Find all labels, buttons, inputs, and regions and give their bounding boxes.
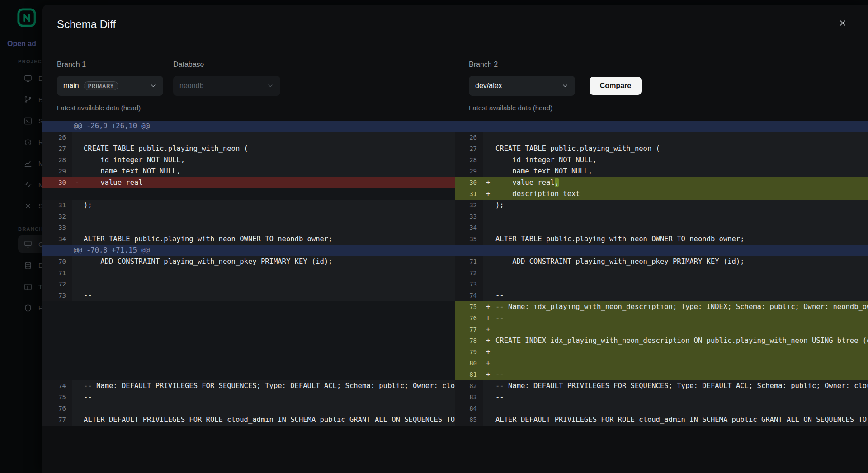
diff-marker <box>483 222 495 234</box>
code-text <box>84 132 455 143</box>
diff-marker <box>483 290 495 301</box>
diff-line-left: 75-- <box>42 392 455 403</box>
diff-row: 30- value real30+ value real, <box>42 177 868 188</box>
line-number: 26 <box>455 132 483 143</box>
line-number <box>42 324 72 335</box>
branch2-label: Branch 2 <box>469 61 575 69</box>
diff-line-right: 32); <box>455 200 868 211</box>
diff-marker: + <box>483 369 495 380</box>
branch2-field: Branch 2 dev/alex Latest available data … <box>469 61 575 112</box>
diff-marker <box>72 335 84 347</box>
diff-row: 75+-- Name: idx_playing_with_neon_descri… <box>42 301 868 313</box>
code-text <box>495 324 868 335</box>
code-text: value real, <box>495 177 868 188</box>
line-number: 85 <box>455 414 483 426</box>
line-number: 75 <box>42 392 72 403</box>
diff-row: 77ALTER DEFAULT PRIVILEGES FOR ROLE clou… <box>42 414 868 426</box>
diff-marker <box>483 279 495 290</box>
diff-hunk-row: @@ -70,8 +71,15 @@ <box>42 245 868 256</box>
code-text: -- <box>495 392 868 403</box>
line-number: 29 <box>455 166 483 177</box>
line-number: 33 <box>42 222 72 234</box>
diff-row: 7684 <box>42 403 868 414</box>
diff-marker: + <box>483 324 495 335</box>
code-text <box>84 267 455 279</box>
branch2-select[interactable]: dev/alex <box>469 76 575 96</box>
diff-line-right: 73 <box>455 279 868 290</box>
diff-row: 7172 <box>42 267 868 279</box>
line-number: 76 <box>42 403 72 414</box>
code-text <box>495 211 868 222</box>
diff-line-right: 34 <box>455 222 868 234</box>
code-text: ADD CONSTRAINT playing_with_neon_pkey PR… <box>84 256 455 267</box>
line-number: 31 <box>455 188 483 200</box>
code-text: name text NOT NULL, <box>495 166 868 177</box>
diff-line-right: 80+ <box>455 358 868 369</box>
code-text: ); <box>495 200 868 211</box>
line-number: 29 <box>42 166 72 177</box>
code-text <box>495 347 868 358</box>
diff-line-left <box>42 369 455 380</box>
compare-button[interactable]: Compare <box>590 77 642 95</box>
chevron-down-icon <box>561 82 569 89</box>
line-number: 82 <box>455 380 483 392</box>
code-text: ALTER TABLE public.playing_with_neon OWN… <box>84 234 455 245</box>
line-number: 80 <box>455 358 483 369</box>
diff-line-right: 79+ <box>455 347 868 358</box>
line-number: 32 <box>455 200 483 211</box>
code-text: ALTER DEFAULT PRIVILEGES FOR ROLE cloud_… <box>84 414 455 426</box>
line-number: 71 <box>455 256 483 267</box>
branch1-field: Branch 1 main PRIMARY Latest available d… <box>57 61 163 112</box>
diff-marker <box>72 414 84 426</box>
diff-marker <box>72 234 84 245</box>
branch1-select[interactable]: main PRIMARY <box>57 76 163 96</box>
code-text: CREATE TABLE public.playing_with_neon ( <box>84 143 455 155</box>
line-number: 28 <box>42 155 72 166</box>
diff-marker: + <box>483 335 495 347</box>
diff-marker <box>72 222 84 234</box>
line-number: 30 <box>455 177 483 188</box>
code-text <box>495 222 868 234</box>
diff-row: 31);32); <box>42 200 868 211</box>
code-text <box>84 335 455 347</box>
database-select[interactable]: neondb <box>173 76 280 96</box>
diff-line-left: 76 <box>42 403 455 414</box>
diff-line-left <box>42 347 455 358</box>
diff-marker <box>483 380 495 392</box>
chevron-down-icon <box>267 82 274 89</box>
code-text <box>495 403 868 414</box>
diff-marker <box>483 267 495 279</box>
line-number: 34 <box>42 234 72 245</box>
code-text: name text NOT NULL, <box>84 166 455 177</box>
diff-line-left: 29 name text NOT NULL, <box>42 166 455 177</box>
diff-line-right: 83-- <box>455 392 868 403</box>
schema-diff-modal: Schema Diff Branch 1 main PRIMARY Latest… <box>42 5 868 473</box>
code-text <box>84 222 455 234</box>
diff-marker <box>483 234 495 245</box>
code-text: id integer NOT NULL, <box>84 155 455 166</box>
line-number: 35 <box>455 234 483 245</box>
line-number: 70 <box>42 256 72 267</box>
line-number: 27 <box>455 143 483 155</box>
diff-line-left <box>42 188 455 200</box>
line-number: 76 <box>455 313 483 324</box>
line-number: 32 <box>42 211 72 222</box>
close-button[interactable] <box>835 15 851 32</box>
diff-line-right: 82-- Name: DEFAULT PRIVILEGES FOR SEQUEN… <box>455 380 868 392</box>
schema-diff-view[interactable]: @@ -26,9 +26,10 @@262627CREATE TABLE pub… <box>42 121 868 426</box>
line-number: 31 <box>42 200 72 211</box>
diff-marker <box>72 132 84 143</box>
diff-marker <box>72 279 84 290</box>
diff-marker <box>72 369 84 380</box>
diff-row: 2626 <box>42 132 868 143</box>
database-field: Database neondb <box>173 61 280 96</box>
hunk-header-text: @@ -70,8 +71,15 @@ <box>42 245 455 256</box>
diff-marker <box>72 324 84 335</box>
diff-row: 3233 <box>42 211 868 222</box>
code-text: -- Name: DEFAULT PRIVILEGES FOR SEQUENCE… <box>495 380 868 392</box>
diff-marker <box>72 358 84 369</box>
line-number: 72 <box>455 267 483 279</box>
diff-line-right: 72 <box>455 267 868 279</box>
diff-line-right: 74-- <box>455 290 868 301</box>
line-number: 77 <box>455 324 483 335</box>
